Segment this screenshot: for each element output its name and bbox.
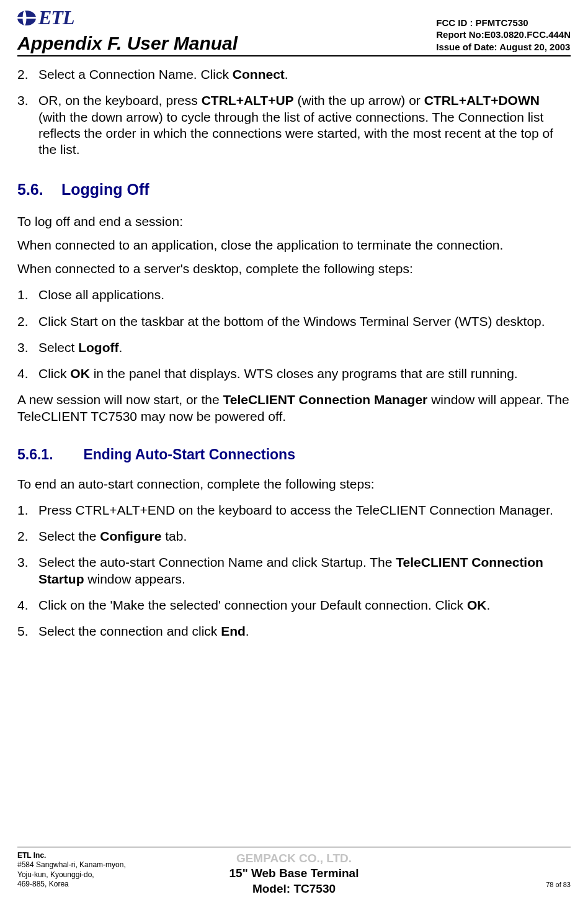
footer-left: ETL Inc. #584 Sangwhal-ri, Kanam-myon, Y… <box>17 851 126 890</box>
section-title: Logging Off <box>61 181 149 198</box>
bold-text: OK <box>467 598 487 612</box>
bold-text: Configure <box>100 529 161 543</box>
list-number: 4. <box>17 597 38 613</box>
list-content: Click OK in the panel that displays. WTS… <box>38 366 571 382</box>
page-footer: ETL Inc. #584 Sangwhal-ri, Kanam-myon, Y… <box>17 847 571 890</box>
footer-terminal: 15" Web Base Terminal <box>229 866 359 881</box>
section-heading-5-6: 5.6. Logging Off <box>17 180 571 199</box>
text: Select <box>38 340 78 354</box>
list-number: 2. <box>17 66 38 83</box>
header-left: ETL Appendix F. User Manual <box>17 6 238 54</box>
globe-icon <box>17 11 36 25</box>
paragraph: A new session will now start, or the Tel… <box>17 392 571 425</box>
bold-text: Logoff <box>78 340 118 354</box>
footer-addr1: #584 Sangwhal-ri, Kanam-myon, <box>17 860 126 869</box>
list-content: OR, on the keyboard, press CTRL+ALT+UP (… <box>38 92 571 158</box>
list-number: 2. <box>17 528 38 544</box>
list-content: Select the Configure tab. <box>38 528 571 544</box>
text: Select a Connection Name. Click <box>38 67 233 81</box>
list-content: Select the auto-start Connection Name an… <box>38 554 571 587</box>
list-content: Press CTRL+ALT+END on the keyboard to ac… <box>38 502 571 518</box>
text: A new session will now start, or the <box>17 392 223 407</box>
text: tab. <box>161 529 187 543</box>
footer-gempack: GEMPACK CO., LTD. <box>229 851 359 867</box>
list-item: 4. Click OK in the panel that displays. … <box>17 366 571 382</box>
bold-text: End <box>221 624 246 638</box>
list-content: Select the connection and click End. <box>38 623 571 639</box>
report-no: Report No:E03.0820.FCC.444N <box>436 29 571 41</box>
list-item: 1. Press CTRL+ALT+END on the keyboard to… <box>17 502 571 518</box>
list-content: Click Start on the taskbar at the bottom… <box>38 313 571 330</box>
footer-center: GEMPACK CO., LTD. 15" Web Base Terminal … <box>229 851 359 897</box>
text: Click <box>38 366 70 381</box>
list-content: Select Logoff. <box>38 340 571 356</box>
text: . <box>285 67 288 81</box>
etl-logo: ETL <box>17 6 238 29</box>
list-number: 1. <box>17 502 38 518</box>
footer-model: Model: TC7530 <box>229 881 359 897</box>
list-number: 3. <box>17 340 38 356</box>
text: (with the up arrow) or <box>294 93 424 107</box>
section-number: 5.6. <box>17 180 57 199</box>
list-content: Select a Connection Name. Click Connect. <box>38 66 571 83</box>
list-content: Close all applications. <box>38 287 571 303</box>
text: Select the <box>38 529 100 543</box>
list-item: 4. Click on the 'Make the selected' conn… <box>17 597 571 613</box>
bold-text: CTRL+ALT+DOWN <box>424 93 540 107</box>
header-right: FCC ID : PFMTC7530 Report No:E03.0820.FC… <box>436 17 571 55</box>
footer-page-number: 78 of 83 <box>546 881 571 890</box>
list-number: 5. <box>17 623 38 639</box>
text: in the panel that displays. WTS closes a… <box>90 366 518 381</box>
bold-text: CTRL+ALT+UP <box>202 93 294 107</box>
text: Select the connection and click <box>38 624 221 638</box>
list-item: 2. Click Start on the taskbar at the bot… <box>17 313 571 330</box>
list-item: 3. Select the auto-start Connection Name… <box>17 554 571 587</box>
footer-addr2: Yoju-kun, Kyounggi-do, <box>17 870 94 879</box>
appendix-title: Appendix F. User Manual <box>17 33 238 54</box>
section-title: Ending Auto-Start Connections <box>83 446 295 462</box>
list-content: Click on the 'Make the selected' connect… <box>38 597 571 613</box>
list-item: 3. OR, on the keyboard, press CTRL+ALT+U… <box>17 92 571 158</box>
text: OR, on the keyboard, press <box>38 93 202 107</box>
text: window appears. <box>84 572 185 586</box>
paragraph: To log off and end a session: <box>17 214 571 230</box>
list-item: 2. Select the Configure tab. <box>17 528 571 544</box>
text: Click on the 'Make the selected' connect… <box>38 598 467 612</box>
paragraph: When connected to a server's desktop, co… <box>17 261 571 277</box>
logo-text: ETL <box>38 6 74 29</box>
section-number: 5.6.1. <box>17 446 79 464</box>
paragraph: When connected to an application, close … <box>17 237 571 253</box>
text: (with the down arrow) to cycle through t… <box>38 110 553 157</box>
text: Select the auto-start Connection Name an… <box>38 555 396 569</box>
issue-date: Issue of Date: August 20, 2003 <box>436 41 571 53</box>
list-item: 2. Select a Connection Name. Click Conne… <box>17 66 571 83</box>
list-item: 5. Select the connection and click End. <box>17 623 571 639</box>
section-heading-5-6-1: 5.6.1. Ending Auto-Start Connections <box>17 446 571 464</box>
page-header: ETL Appendix F. User Manual FCC ID : PFM… <box>17 6 571 56</box>
bold-text: TeleCLIENT Connection Manager <box>223 392 427 407</box>
list-number: 3. <box>17 92 38 158</box>
text: . <box>246 624 249 638</box>
document-body: 2. Select a Connection Name. Click Conne… <box>17 66 571 639</box>
list-number: 4. <box>17 366 38 382</box>
list-number: 2. <box>17 313 38 330</box>
list-item: 3. Select Logoff. <box>17 340 571 356</box>
footer-company: ETL Inc. <box>17 851 46 860</box>
list-number: 1. <box>17 287 38 303</box>
bold-text: OK <box>70 366 90 381</box>
list-item: 1. Close all applications. <box>17 287 571 303</box>
footer-addr3: 469-885, Korea <box>17 880 69 888</box>
fcc-id: FCC ID : PFMTC7530 <box>436 17 571 29</box>
bold-text: Connect <box>233 67 285 81</box>
text: . <box>119 340 123 354</box>
text: . <box>486 598 490 612</box>
paragraph: To end an auto-start connection, complet… <box>17 476 571 492</box>
list-number: 3. <box>17 554 38 587</box>
